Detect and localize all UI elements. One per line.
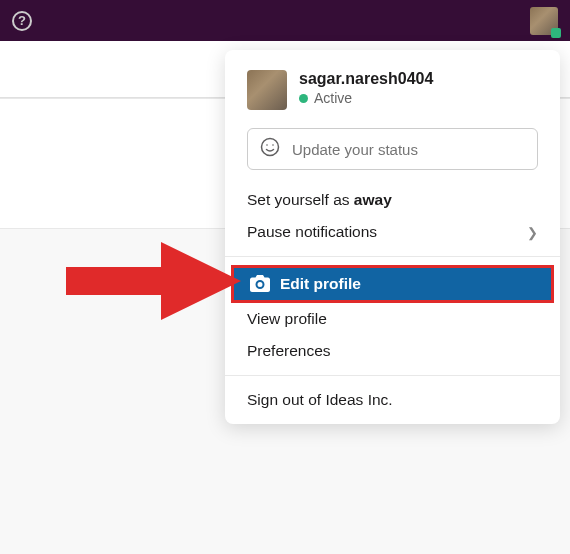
status-label: Active (314, 90, 352, 106)
help-icon[interactable]: ? (12, 11, 32, 31)
preferences-label: Preferences (247, 342, 331, 360)
pause-label: Pause notifications (247, 223, 377, 241)
away-prefix: Set yourself as (247, 191, 354, 208)
view-profile-item[interactable]: View profile (225, 303, 560, 335)
chevron-right-icon: ❯ (527, 225, 538, 240)
active-status-dot-icon (299, 94, 308, 103)
set-away-item[interactable]: Set yourself as away (225, 184, 560, 216)
edit-profile-item[interactable]: Edit profile (231, 265, 554, 303)
view-profile-label: View profile (247, 310, 327, 328)
edit-profile-label: Edit profile (280, 275, 361, 293)
sign-out-item[interactable]: Sign out of Ideas Inc. (225, 384, 560, 416)
camera-icon (250, 275, 270, 293)
user-status: Active (299, 90, 433, 106)
menu-divider (225, 256, 560, 257)
user-name: sagar.naresh0404 (299, 70, 433, 88)
user-info: sagar.naresh0404 Active (299, 70, 433, 106)
user-avatar-large (247, 70, 287, 110)
svg-point-2 (266, 144, 268, 146)
user-menu: sagar.naresh0404 Active Set yourself as … (225, 50, 560, 424)
top-bar: ? (0, 0, 570, 41)
svg-point-3 (272, 144, 274, 146)
pause-notifications-item[interactable]: Pause notifications ❯ (225, 216, 560, 248)
svg-marker-0 (66, 242, 241, 320)
user-avatar-small[interactable] (530, 7, 558, 35)
status-input[interactable] (292, 141, 525, 158)
menu-divider (225, 375, 560, 376)
status-input-container[interactable] (247, 128, 538, 170)
annotation-arrow (66, 242, 241, 320)
sign-out-label: Sign out of Ideas Inc. (247, 391, 393, 409)
smiley-icon[interactable] (260, 137, 280, 161)
menu-header: sagar.naresh0404 Active (225, 70, 560, 122)
preferences-item[interactable]: Preferences (225, 335, 560, 367)
away-bold: away (354, 191, 392, 208)
svg-point-1 (262, 139, 279, 156)
